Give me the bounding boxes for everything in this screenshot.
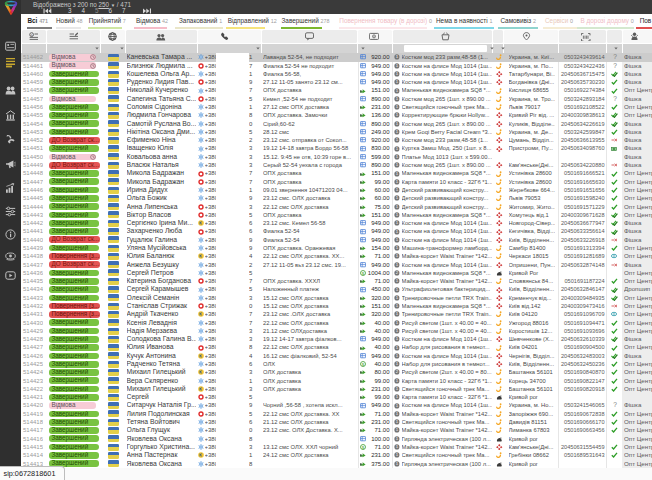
svg-text:c: c bbox=[31, 33, 33, 37]
